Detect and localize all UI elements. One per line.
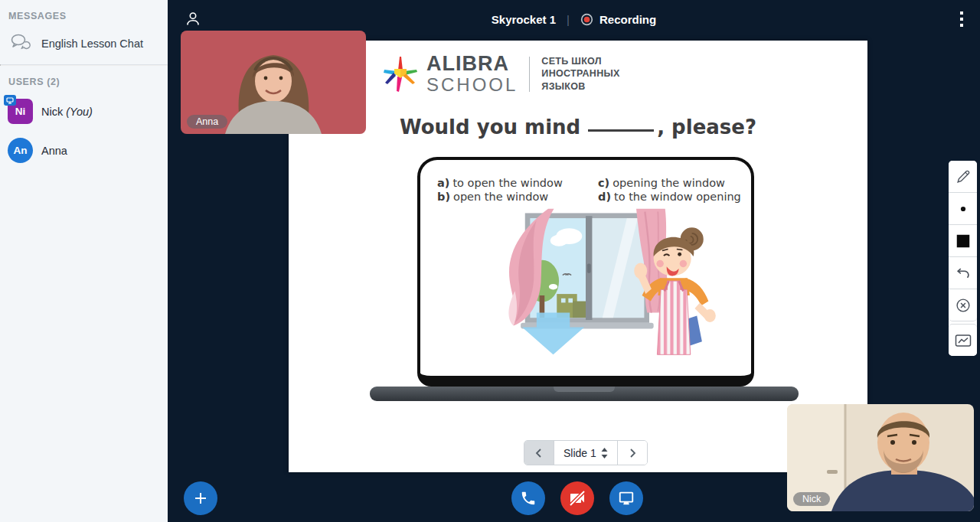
color-swatch-button[interactable]	[949, 225, 977, 257]
chevron-right-icon	[628, 448, 637, 458]
next-slide-button[interactable]	[618, 441, 647, 465]
screenshare-button[interactable]	[609, 481, 643, 515]
recording-label: Recording	[599, 13, 656, 26]
x-circle-icon	[955, 297, 972, 314]
multi-user-whiteboard-button[interactable]	[949, 324, 977, 356]
options-menu-icon[interactable]	[951, 8, 972, 30]
brand-name: ALIBRA	[426, 54, 518, 74]
meeting-title: Skyrocket 1	[492, 13, 556, 26]
user-list-item-anna[interactable]: An Anna	[0, 131, 168, 170]
webcam-nick[interactable]: Nick	[787, 404, 974, 511]
messages-header: MESSAGES	[0, 0, 168, 26]
presentation-slide[interactable]: ALIBRA SCHOOL СЕТЬ ШКОЛ ИНОСТРАННЫХ ЯЗЫК…	[289, 41, 867, 472]
sidebar-item-public-chat[interactable]: English Lesson Chat	[0, 26, 168, 64]
blank-underline	[588, 129, 654, 132]
pencil-icon	[955, 168, 972, 185]
line-thickness-button[interactable]	[949, 193, 977, 225]
phone-icon	[520, 490, 537, 507]
option-b: b)open the window	[437, 191, 598, 203]
chat-bubbles-icon	[9, 32, 31, 55]
alibra-star-icon	[382, 55, 419, 93]
black-square-icon	[955, 233, 972, 250]
chart-line-icon	[954, 332, 972, 349]
webcam-button[interactable]	[560, 481, 594, 515]
plus-icon	[191, 489, 210, 507]
laptop-base	[370, 387, 799, 401]
sort-arrows-icon	[601, 448, 608, 458]
webcam-anna[interactable]: Anna	[181, 31, 366, 134]
camera-off-icon	[568, 489, 586, 507]
avatar: Ni	[8, 99, 33, 124]
option-a: a)to open the window	[437, 177, 598, 189]
laptop-notch	[554, 387, 615, 392]
recording-dot-icon	[580, 13, 593, 26]
logo-divider	[529, 57, 530, 92]
chevron-left-icon	[534, 448, 544, 458]
slide-select-label: Slide 1	[564, 447, 596, 459]
thickness-dot-icon	[955, 201, 972, 217]
title-separator: |	[567, 13, 570, 26]
actions-plus-button[interactable]	[184, 481, 217, 515]
option-d: d)to the window opening	[598, 191, 743, 203]
slide-select[interactable]: Slide 1	[554, 441, 618, 465]
user-list-item-nick[interactable]: Ni Nick (You)	[0, 92, 168, 131]
brand-subname: SCHOOL	[426, 76, 518, 94]
option-c: c)opening the window	[598, 177, 743, 189]
webcam-name-label: Anna	[187, 115, 227, 129]
whiteboard-toolbar	[949, 161, 977, 356]
users-header: USERS (2)	[0, 66, 168, 92]
presenter-badge-icon	[4, 95, 16, 106]
undo-annotation-button[interactable]	[949, 257, 977, 289]
answer-options: a)to open the window c)opening the windo…	[420, 160, 751, 203]
alibra-logo: ALIBRA SCHOOL СЕТЬ ШКОЛ ИНОСТРАННЫХ ЯЗЫК…	[382, 54, 620, 94]
webcam-name-label: Nick	[793, 492, 830, 506]
laptop-illustration-screen: a)to open the window c)opening the windo…	[417, 157, 754, 387]
brand-tagline: СЕТЬ ШКОЛ ИНОСТРАННЫХ ЯЗЫКОВ	[541, 55, 619, 93]
previous-slide-button[interactable]	[524, 441, 554, 465]
user-name: Anna	[41, 145, 67, 157]
user-name: Nick (You)	[41, 106, 93, 118]
avatar: An	[8, 138, 33, 163]
sidebar: MESSAGES English Lesson Chat USERS (2) N…	[0, 0, 168, 522]
undo-icon	[955, 265, 972, 282]
monitor-icon	[618, 490, 635, 507]
slide-heading: Would you mind, please?	[289, 116, 867, 139]
slide-navigation: Slide 1	[524, 440, 648, 465]
clear-annotations-button[interactable]	[949, 289, 977, 321]
chat-label: English Lesson Chat	[41, 38, 143, 50]
window-illustration	[456, 206, 716, 359]
pencil-tool-button[interactable]	[949, 161, 977, 193]
recording-indicator[interactable]: Recording	[580, 13, 656, 26]
audio-button[interactable]	[511, 481, 545, 515]
